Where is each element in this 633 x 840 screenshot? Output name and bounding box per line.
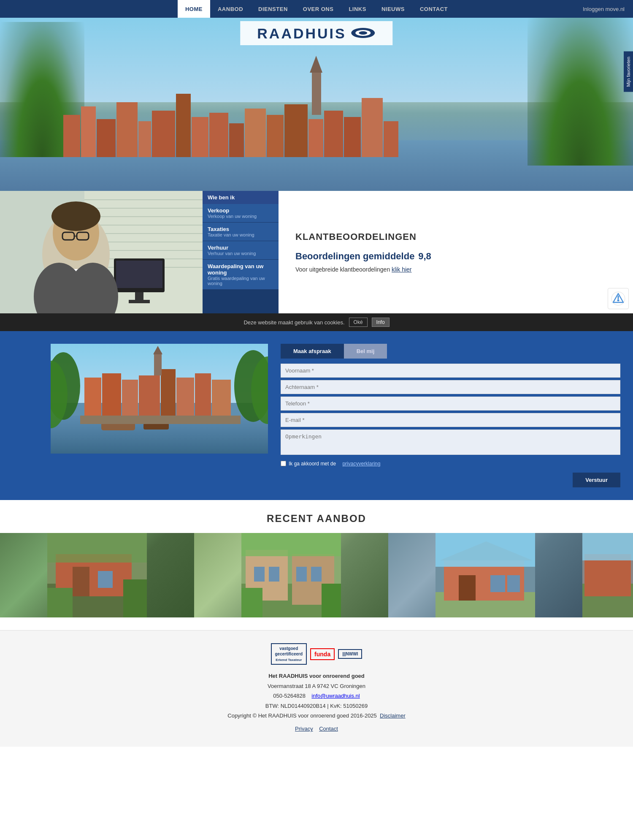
svg-rect-8 <box>84 225 203 226</box>
vastgoed-cert-box: vastgoedgecertificeerdErkend Taxateur <box>271 643 307 665</box>
cookie-ok-button[interactable]: Oké <box>349 318 368 327</box>
svg-point-29 <box>617 299 619 302</box>
svg-rect-40 <box>139 375 160 416</box>
recaptcha-badge <box>608 288 629 309</box>
achternaam-input[interactable] <box>281 380 620 394</box>
person-silhouette-svg <box>0 191 203 313</box>
favorites-tab[interactable]: Mijn favorieten <box>624 52 633 92</box>
buildings-row <box>63 90 557 157</box>
svg-rect-44 <box>212 380 231 416</box>
nav-items: HOME AANBOD DIENSTEN OVER ONS LINKS NIEU… <box>178 0 455 18</box>
menu-waardepaling[interactable]: Waardepaling van uw woning Gratis waarde… <box>203 260 279 290</box>
church-tower <box>312 73 321 115</box>
property-card-2[interactable] <box>194 533 388 617</box>
telefoon-input[interactable] <box>281 397 620 410</box>
menu-header: Wie ben ik <box>203 191 279 204</box>
privacy-checkbox[interactable] <box>281 461 286 466</box>
hero-section: RAADHUIS Mijn favorieten <box>0 18 633 191</box>
cookie-bar: Deze website maakt gebruik van cookies. … <box>0 313 633 331</box>
opmerkingen-input[interactable] <box>281 430 620 455</box>
svg-rect-41 <box>161 369 176 416</box>
property-card-3[interactable] <box>388 533 582 617</box>
footer-info: Het RAADHUIS voor onroerend goed Voerman… <box>8 671 625 734</box>
svg-rect-66 <box>269 567 279 582</box>
svg-rect-16 <box>135 292 143 301</box>
svg-rect-17 <box>129 300 150 303</box>
svg-rect-60 <box>123 579 147 617</box>
svg-rect-69 <box>241 533 341 556</box>
tab-bel-mij[interactable]: Bel mij <box>344 344 387 359</box>
svg-rect-79 <box>436 533 535 567</box>
svg-rect-30 <box>618 296 619 299</box>
property-card-1[interactable] <box>0 533 194 617</box>
svg-rect-77 <box>490 575 505 592</box>
svg-rect-59 <box>47 588 73 617</box>
ratings-title: KLANTBEOORDELINGEN <box>295 231 616 242</box>
submit-button[interactable]: Verstuur <box>573 473 620 487</box>
svg-rect-7 <box>84 216 203 217</box>
nav-aanbod[interactable]: AANBOD <box>210 0 251 18</box>
nav-nieuws[interactable]: NIEUWS <box>374 0 412 18</box>
footer-phone: 050-5264828 <box>273 693 306 699</box>
middle-wrapper: Wie ben ik Verkoop Verkoop van uw woning… <box>0 191 633 331</box>
menu-taxaties-title: Taxaties <box>208 226 273 232</box>
cookie-info-button[interactable]: Info <box>372 318 390 327</box>
recent-title: RECENT AANBOD <box>0 513 633 525</box>
footer-privacy-link[interactable]: Privacy <box>295 726 313 732</box>
menu-verkoop-sub: Verkoop van uw woning <box>208 214 273 219</box>
svg-rect-65 <box>254 567 265 582</box>
svg-rect-39 <box>122 380 138 416</box>
svg-rect-71 <box>322 584 341 617</box>
menu-verhuur[interactable]: Verhuur Verhuur van uw woning <box>203 241 279 260</box>
footer-email[interactable]: info@uwraadhuis.nl <box>311 693 360 699</box>
footer-links: Privacy Contact <box>8 724 625 734</box>
email-input[interactable] <box>281 413 620 427</box>
svg-rect-43 <box>195 373 211 416</box>
svg-point-20 <box>51 201 100 231</box>
middle-section: Wie ben ik Verkoop Verkoop van uw woning… <box>0 191 633 313</box>
privacy-link[interactable]: privacyverklaring <box>342 461 380 467</box>
svg-rect-51 <box>80 416 241 424</box>
nav-over-ons[interactable]: OVER ONS <box>295 0 341 18</box>
svg-rect-56 <box>73 567 89 596</box>
menu-taxaties[interactable]: Taxaties Taxatie van uw woning <box>203 223 279 241</box>
menu-verkoop-title: Verkoop <box>208 207 273 214</box>
voornaam-input[interactable] <box>281 364 620 378</box>
privacy-check: Ik ga akkoord met de privacyverklaring <box>281 461 620 467</box>
recent-section: RECENT AANBOD <box>0 500 633 630</box>
svg-rect-38 <box>102 373 121 416</box>
login-link[interactable]: Inloggen move.nl <box>583 6 625 12</box>
svg-rect-5 <box>84 199 203 200</box>
ratings-link[interactable]: klik hier <box>392 266 411 273</box>
nwwi-logo: |||NWWI <box>338 649 362 659</box>
contact-section: Maak afspraak Bel mij Ik ga akkoord met … <box>0 331 633 500</box>
svg-rect-70 <box>241 588 262 617</box>
svg-rect-83 <box>582 533 633 560</box>
main-nav: HOME AANBOD DIENSTEN OVER ONS LINKS NIEU… <box>0 0 633 18</box>
svg-rect-15 <box>116 261 162 288</box>
ratings-link-prefix: Voor uitgebreide klantbeoordelingen <box>295 266 390 273</box>
svg-rect-68 <box>311 567 322 582</box>
property-card-4[interactable] <box>582 533 633 617</box>
footer-contact-link[interactable]: Contact <box>319 726 338 732</box>
menu-waardepaling-sub: Gratis waardepaling van uw woning <box>208 276 273 286</box>
nav-diensten[interactable]: DIENSTEN <box>251 0 295 18</box>
menu-waardepaling-title: Waardepaling van uw woning <box>208 263 273 276</box>
svg-rect-58 <box>47 533 147 563</box>
footer-logos: vastgoedgecertificeerdErkend Taxateur fu… <box>8 643 625 665</box>
svg-rect-78 <box>507 575 520 592</box>
footer: vastgoedgecertificeerdErkend Taxateur fu… <box>0 630 633 747</box>
church-spire <box>310 56 322 73</box>
footer-copyright: Copyright © Het RAADHUIS voor onroerend … <box>227 712 377 719</box>
nav-links[interactable]: LINKS <box>341 0 374 18</box>
nav-home[interactable]: HOME <box>178 0 210 18</box>
menu-verkoop[interactable]: Verkoop Verkoop van uw woning <box>203 204 279 223</box>
footer-company: Het RAADHUIS voor onroerend goed <box>268 673 365 679</box>
tab-maak-afspraak[interactable]: Maak afspraak <box>281 344 344 359</box>
svg-rect-6 <box>84 208 203 209</box>
nav-contact[interactable]: CONTACT <box>412 0 455 18</box>
footer-disclaimer-link[interactable]: Disclaimer <box>380 712 406 719</box>
ratings-text: Beoordelingen gemiddelde <box>295 251 414 261</box>
footer-btw: BTW: NLD01440920B14 | KvK: 51050269 <box>8 701 625 711</box>
svg-rect-42 <box>176 378 194 416</box>
